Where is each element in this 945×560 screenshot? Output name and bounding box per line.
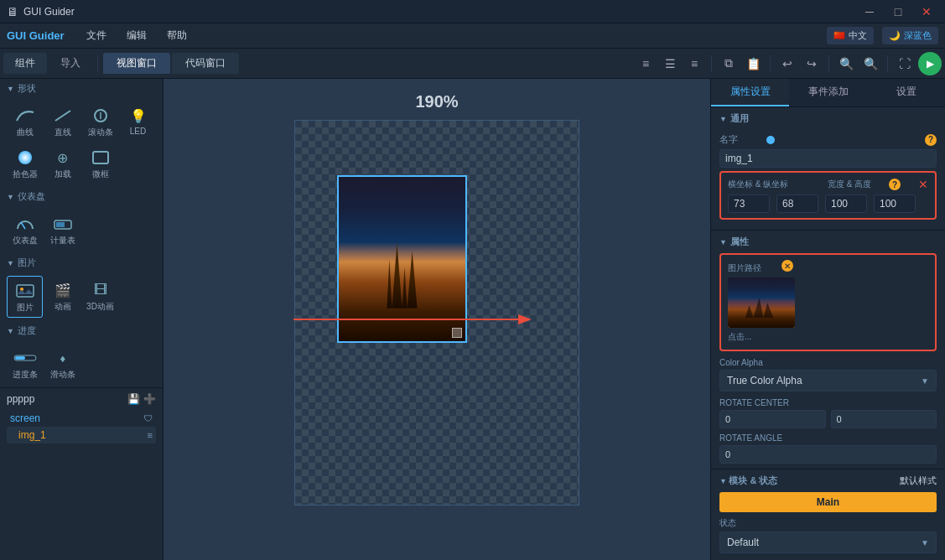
name-field-row: 名字 ? xyxy=(719,130,937,149)
svg-rect-10 xyxy=(15,356,25,360)
y-input[interactable] xyxy=(776,194,818,213)
default-style-button[interactable]: 默认样式 xyxy=(900,474,937,487)
tab-settings[interactable]: 设置 xyxy=(867,79,945,106)
minimize-button[interactable]: ─ xyxy=(858,3,881,21)
image-content xyxy=(339,177,465,341)
state-dropdown[interactable]: Default ▼ xyxy=(719,531,937,553)
view-tab-canvas[interactable]: 视图窗口 xyxy=(103,53,170,74)
widget-meter[interactable]: 计量表 xyxy=(44,210,80,250)
redo-icon[interactable]: ↪ xyxy=(801,53,823,75)
widget-slider[interactable]: ⬧ 滑动条 xyxy=(44,344,80,384)
close-button[interactable]: ✕ xyxy=(915,3,938,21)
theme-button[interactable]: 🌙 深蓝色 xyxy=(882,27,938,44)
align-center-icon[interactable]: ☰ xyxy=(659,53,681,75)
dashboard-widget-grid: 仪表盘 计量表 xyxy=(0,206,163,253)
widget-3d-animation[interactable]: 🎞 3D动画 xyxy=(82,276,118,318)
menu-item-help[interactable]: 帮助 xyxy=(158,25,195,46)
widget-image[interactable]: 图片 xyxy=(7,276,43,318)
menu-brand: GUI Guider xyxy=(7,29,65,42)
app-title: GUI Guider xyxy=(23,6,75,18)
svg-line-4 xyxy=(21,222,25,229)
coord-close-icon[interactable]: ✕ xyxy=(918,178,928,191)
svg-rect-7 xyxy=(17,285,34,297)
curve-icon xyxy=(13,105,38,127)
coordinates-box: 横坐标 & 纵坐标 宽度 & 高度 ? ✕ xyxy=(719,171,937,220)
width-input[interactable] xyxy=(825,194,867,213)
save-layer-icon[interactable]: 💾 xyxy=(127,393,140,405)
menubar: GUI Guider 文件 编辑 帮助 🇨🇳 中文 🌙 深蓝色 xyxy=(0,23,945,49)
left-panel-tab-import[interactable]: 导入 xyxy=(49,53,92,74)
scroll-icon xyxy=(88,105,113,127)
widget-curve[interactable]: 曲线 xyxy=(7,101,43,142)
image-section-header[interactable]: 图片 xyxy=(0,253,163,272)
toolbar-sep2 xyxy=(711,55,712,72)
widget-scroll[interactable]: 滚动条 xyxy=(82,101,118,142)
layer-item-img1[interactable]: img_1 ≡ xyxy=(7,427,156,443)
progress-widget-grid: 进度条 ⬧ 滑动条 xyxy=(0,340,163,387)
progress-section-header[interactable]: 进度 xyxy=(0,321,163,340)
rotate-center-y-input[interactable] xyxy=(831,410,937,428)
shape-section-header[interactable]: 形状 xyxy=(0,79,163,98)
dashboard-section-header[interactable]: 仪表盘 xyxy=(0,187,163,206)
thumbnail-remove-icon[interactable]: ✕ xyxy=(781,260,793,272)
canvas-area[interactable]: 190% xyxy=(164,79,710,560)
widget-frame[interactable]: 微框 xyxy=(82,143,118,184)
blocks-states-title: 模块 & 状态 xyxy=(719,474,777,487)
rotate-center-x-input[interactable] xyxy=(719,410,826,428)
canvas-container[interactable] xyxy=(294,120,579,506)
titlebar: 🖥 GUI Guider ─ □ ✕ xyxy=(0,0,945,23)
menu-item-edit[interactable]: 编辑 xyxy=(118,25,155,46)
maximize-button[interactable]: □ xyxy=(886,3,910,21)
layer-item-screen-label: screen xyxy=(10,412,143,424)
zoom-out-icon[interactable]: 🔍 xyxy=(835,53,857,75)
coord-label: 横坐标 & 纵坐标 xyxy=(728,179,788,190)
add-layer-icon[interactable]: ➕ xyxy=(143,393,156,405)
language-label: 中文 xyxy=(849,29,867,42)
color-alpha-label: Color Alpha xyxy=(719,358,937,367)
widget-gauge[interactable]: 仪表盘 xyxy=(7,210,43,250)
undo-icon[interactable]: ↩ xyxy=(776,53,798,75)
name-label: 名字 xyxy=(719,133,761,146)
left-panel-tab-components[interactable]: 组件 xyxy=(3,53,47,74)
layer-item-screen-icon: 🛡 xyxy=(143,413,153,423)
frame-icon xyxy=(88,147,113,169)
color-alpha-dropdown[interactable]: True Color Alpha ▼ xyxy=(719,370,937,391)
align-right-icon[interactable]: ≡ xyxy=(683,53,705,75)
copy-icon[interactable]: ⧉ xyxy=(718,53,740,75)
tab-events[interactable]: 事件添加 xyxy=(789,79,867,106)
help-icon[interactable]: ? xyxy=(925,134,937,146)
rotate-angle-input[interactable] xyxy=(719,445,937,464)
toolbar-sep5 xyxy=(887,55,888,72)
widget-progressbar[interactable]: 进度条 xyxy=(7,344,43,384)
tab-properties[interactable]: 属性设置 xyxy=(711,79,789,106)
view-tab-code[interactable]: 代码窗口 xyxy=(172,53,239,74)
image-widget[interactable] xyxy=(337,175,467,343)
coord-inputs xyxy=(728,194,928,213)
coord-help-icon[interactable]: ? xyxy=(889,179,901,190)
widget-led[interactable]: 💡 LED xyxy=(120,101,156,142)
svg-point-2 xyxy=(18,151,32,164)
zoom-in-icon[interactable]: 🔍 xyxy=(859,53,881,75)
paste-icon[interactable]: 📋 xyxy=(742,53,764,75)
widget-animation[interactable]: 🎬 动画 xyxy=(44,276,80,318)
language-button[interactable]: 🇨🇳 中文 xyxy=(827,27,874,44)
blocks-states-header: 模块 & 状态 默认样式 xyxy=(719,474,937,487)
main-layout: 形状 曲线 直线 滚动条 💡 xyxy=(0,79,945,560)
menu-item-file[interactable]: 文件 xyxy=(78,25,115,46)
image-thumbnail[interactable] xyxy=(728,277,795,328)
play-button[interactable]: ▶ xyxy=(918,52,942,75)
x-input[interactable] xyxy=(728,194,770,213)
layer-panel: ppppp 💾 ➕ screen 🛡 img_1 ≡ xyxy=(0,387,163,560)
widget-colorpicker[interactable]: 拾色器 xyxy=(7,143,43,184)
align-left-icon[interactable]: ≡ xyxy=(635,53,657,75)
layer-item-screen[interactable]: screen 🛡 xyxy=(7,410,156,427)
height-input[interactable] xyxy=(874,194,916,213)
widget-line[interactable]: 直线 xyxy=(44,101,80,142)
line-icon xyxy=(50,105,75,127)
widget-load[interactable]: ⊕ 加载 xyxy=(44,143,80,184)
resize-handle[interactable] xyxy=(452,328,462,338)
fit-icon[interactable]: ⛶ xyxy=(894,53,916,75)
name-input[interactable] xyxy=(719,149,937,168)
app-icon: 🖥 xyxy=(7,5,18,18)
main-state-button[interactable]: Main xyxy=(719,492,937,512)
